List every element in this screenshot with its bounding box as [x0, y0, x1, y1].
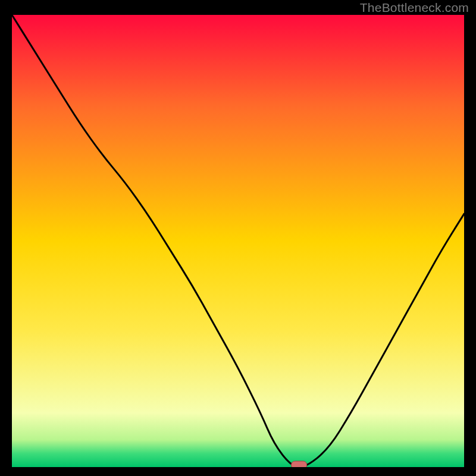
plot-area	[12, 15, 464, 467]
gradient-background	[12, 15, 464, 467]
optimal-marker	[292, 461, 307, 467]
chart-svg	[12, 15, 464, 467]
chart-frame: TheBottleneck.com	[0, 0, 476, 476]
watermark-text: TheBottleneck.com	[360, 1, 469, 15]
